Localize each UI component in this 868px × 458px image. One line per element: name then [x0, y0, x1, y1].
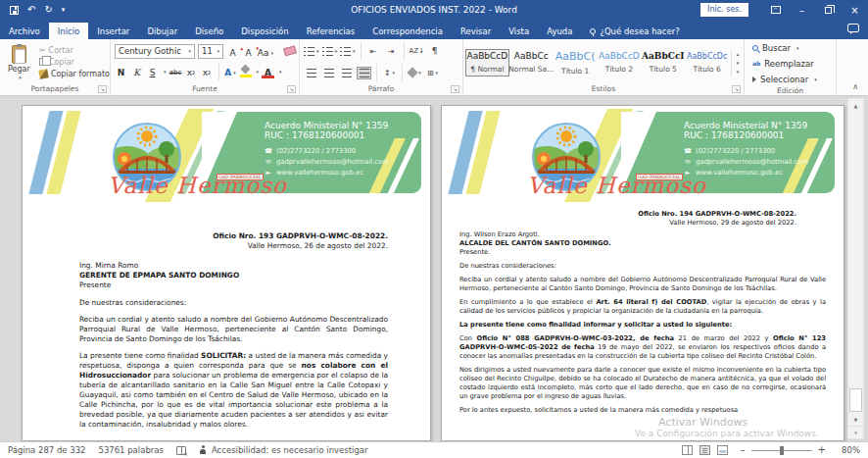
styles-more-icon[interactable]: ▾ [737, 69, 740, 75]
chevron-down-icon[interactable]: ▾ [164, 69, 167, 75]
copy-button[interactable]: Copiar [39, 58, 110, 67]
style-normal-sa[interactable]: AaBbCcNormal Sa... [509, 49, 554, 76]
align-left-button[interactable] [304, 67, 318, 79]
redo-icon[interactable]: ↻ [44, 5, 52, 15]
decrease-indent-button[interactable]: ⇤ [366, 45, 381, 58]
print-layout-button[interactable] [699, 445, 710, 455]
style-titulo-2[interactable]: AaBbCcDTítulo 2 [598, 49, 642, 76]
shading-button[interactable]: ▾ [408, 67, 422, 79]
highlight-color-button[interactable] [240, 66, 252, 77]
align-right-button[interactable] [339, 67, 354, 79]
italic-button[interactable]: K [130, 65, 143, 77]
change-case-button[interactable]: Aa▾ [258, 45, 272, 58]
paste-button[interactable]: Pegar ▾ [0, 43, 38, 80]
font-family-combo[interactable]: Century Gothic▾ [115, 44, 195, 59]
align-center-button[interactable] [321, 67, 336, 79]
scroll-down-arrow[interactable]: ▼ [848, 413, 863, 426]
clipboard-dialog-launcher[interactable]: ↘ [98, 85, 107, 93]
tab-insertar[interactable]: Insertar [88, 23, 138, 39]
activate-windows-watermark: Activar Windows [658, 416, 747, 429]
document-page-2[interactable]: Acuerdo Ministerial N° 1359 RUC : 176812… [441, 105, 844, 441]
comments-icon[interactable] [847, 24, 859, 32]
underline-button[interactable]: S [146, 65, 159, 77]
font-dialog-launcher[interactable]: ↘ [287, 85, 296, 93]
strikethrough-button[interactable]: abc [169, 65, 182, 77]
style-normal[interactable]: AaBbCcD¶ Normal [465, 49, 509, 76]
page-indicator[interactable]: Página 287 de 332 [8, 445, 85, 455]
ribbon-display-options-button[interactable]: ^ [762, 0, 789, 20]
close-button[interactable]: × [842, 0, 868, 20]
accessibility-status[interactable]: Accesibilidad: es necesario investigar [199, 445, 368, 455]
replace-button[interactable]: abReemplazar [752, 57, 836, 70]
zoom-slider[interactable] [751, 450, 812, 451]
restore-button[interactable] [815, 0, 842, 20]
word-count[interactable]: 53761 palabras [98, 445, 163, 455]
read-mode-button[interactable] [682, 445, 693, 455]
tab-diseno[interactable]: Diseño [186, 23, 232, 39]
increase-indent-button[interactable]: ⇥ [384, 45, 399, 58]
select-button[interactable]: Seleccionar▾ [752, 73, 836, 85]
multilevel-list-button[interactable]: ▾ [340, 45, 356, 58]
styles-scroll-down-icon[interactable]: ▾ [737, 60, 740, 66]
subscript-button[interactable]: x2 [185, 65, 198, 77]
zoom-in-button[interactable]: + [818, 445, 826, 455]
document-page-1[interactable]: Acuerdo Ministerial N° 1359 RUC : 176812… [22, 105, 431, 441]
tab-correspondencia[interactable]: Correspondencia [363, 23, 452, 39]
style-titulo-5[interactable]: AaBbCcITítulo 5 [641, 49, 685, 76]
collapse-ribbon-button[interactable]: ∧ [837, 39, 868, 95]
scrollbar-thumb[interactable] [849, 388, 862, 412]
save-icon[interactable] [10, 6, 19, 15]
numbering-button[interactable]: ▾ [322, 45, 338, 58]
show-marks-button[interactable]: ¶ [427, 45, 442, 58]
format-painter-button[interactable]: Copiar formato [39, 70, 110, 78]
zoom-slider-thumb[interactable] [780, 446, 784, 455]
grow-font-button[interactable]: A▴ [226, 45, 239, 58]
zoom-out-button[interactable]: – [741, 445, 746, 455]
line-spacing-button[interactable]: ↕▾ [382, 67, 397, 79]
style-titulo-6[interactable]: AaBbCcDcTítulo 6 [685, 49, 729, 76]
tab-revisar[interactable]: Revisar [452, 23, 500, 39]
tab-inicio[interactable]: Inicio [49, 23, 89, 39]
browse-object-button[interactable]: ▾ [848, 426, 863, 438]
paragraph-dialog-launcher[interactable]: ↘ [451, 85, 459, 93]
tab-vista[interactable]: Vista [500, 23, 538, 39]
minimize-button[interactable]: – [789, 0, 815, 20]
tab-archivo[interactable]: Archivo [0, 23, 49, 39]
justify-button[interactable] [357, 67, 371, 79]
chevron-down-icon[interactable]: ▾ [257, 69, 260, 75]
clear-formatting-icon[interactable] [283, 46, 296, 57]
cut-button[interactable]: ✂Cortar [39, 46, 110, 55]
body-paragraph: Reciba un cordial y atento saludo a nomb… [459, 276, 826, 293]
font-size-combo[interactable]: 11▾ [198, 44, 223, 59]
body-paragraph: Nos dirigimos a usted nuevamente para da… [459, 366, 826, 401]
vertical-scrollbar[interactable]: ▲ ▼ ▾ [847, 98, 864, 439]
lightbulb-icon [590, 28, 596, 34]
sign-in-button[interactable]: Inic. ses. [700, 3, 748, 17]
tab-disposicion[interactable]: Disposición [232, 23, 297, 39]
customize-qat-icon[interactable]: ▾ [62, 6, 66, 14]
web-layout-button[interactable] [717, 445, 728, 455]
zoom-level[interactable]: 80% [839, 445, 860, 455]
sort-button[interactable]: AZ↓ [410, 45, 424, 58]
style-titulo-1[interactable]: AaBbC(Título 1 [554, 49, 598, 76]
text-effects-button[interactable]: A▾ [224, 65, 237, 77]
bold-button[interactable]: N [115, 65, 127, 77]
font-color-button[interactable]: A [262, 65, 274, 77]
proofing-status[interactable] [176, 446, 186, 455]
shrink-font-button[interactable]: A▾ [242, 45, 255, 58]
styles-dialog-launcher[interactable]: ↘ [732, 85, 741, 93]
borders-button[interactable]: ⊞▾ [425, 67, 440, 79]
bullets-button[interactable]: ▾ [304, 45, 319, 58]
tab-ayuda[interactable]: Ayuda [538, 23, 581, 39]
chevron-down-icon[interactable]: ▾ [279, 69, 282, 75]
body-paragraph: La presente tiene como finalidad informa… [459, 321, 826, 330]
tab-dibujar[interactable]: Dibujar [138, 23, 186, 39]
group-label-editing: Edición [777, 86, 803, 95]
tell-me-box[interactable]: ¿Qué desea hacer? [581, 23, 688, 39]
undo-icon[interactable]: ↶ [27, 5, 35, 15]
scroll-up-arrow[interactable]: ▲ [848, 99, 863, 112]
tab-referencias[interactable]: Referencias [298, 23, 364, 39]
styles-scroll-up-icon[interactable]: ▴ [737, 51, 740, 57]
find-button[interactable]: Buscar▾ [752, 41, 836, 54]
superscript-button[interactable]: x2 [201, 65, 214, 77]
